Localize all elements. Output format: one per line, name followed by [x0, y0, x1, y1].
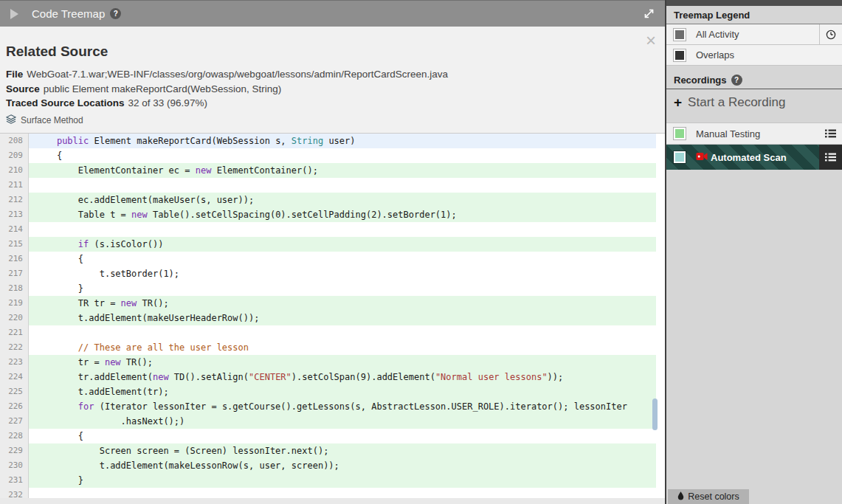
- line-number: 229: [0, 443, 29, 458]
- code-text: t.addElement(tr);: [29, 384, 656, 399]
- code-text: t.addElement(makeLessonRow(s, user, scre…: [29, 458, 656, 473]
- code-text: for (Iterator lessonIter = s.getCourse()…: [29, 399, 656, 414]
- code-text: public Element makeReportCard(WebSession…: [29, 134, 656, 148]
- code-line: 221: [0, 325, 665, 340]
- line-number: 208: [0, 134, 29, 148]
- legend-item-overlaps[interactable]: Overlaps: [666, 45, 842, 66]
- start-recording-label: Start a Recording: [688, 95, 785, 110]
- collapse-toggle-icon[interactable]: [10, 9, 18, 19]
- meta-label: Traced Source Locations: [6, 97, 125, 108]
- code-scrollbar-thumb[interactable]: [652, 398, 658, 430]
- code-text: {: [29, 148, 656, 163]
- reset-colors-label: Reset colors: [688, 491, 739, 502]
- line-number: 215: [0, 237, 29, 252]
- code-line: 214: [0, 222, 665, 237]
- code-text: [29, 222, 656, 237]
- recording-item-automated-scan[interactable]: Automated Scan: [666, 145, 842, 170]
- meta-label: File: [6, 69, 23, 80]
- line-number: 219: [0, 296, 29, 311]
- surface-method-label: Surface Method: [21, 115, 83, 125]
- code-line: 224 tr.addElement(new TD().setAlign("CEN…: [0, 370, 665, 384]
- list-menu-icon[interactable]: [819, 145, 842, 170]
- line-number: 218: [0, 281, 29, 296]
- list-menu-icon[interactable]: [819, 123, 842, 144]
- meta-value: 32 of 33 (96.97%): [128, 97, 207, 108]
- line-number: 213: [0, 207, 29, 222]
- code-text: tr = new TR();: [29, 355, 656, 370]
- legend-item-all-activity[interactable]: All Activity: [666, 24, 842, 45]
- line-number: 228: [0, 429, 29, 443]
- start-recording-button[interactable]: + Start a Recording: [666, 89, 842, 117]
- code-line: 210 ElementContainer ec = new ElementCon…: [0, 163, 665, 178]
- recordings-help-icon[interactable]: ?: [731, 75, 742, 86]
- code-line: 212 ec.addElement(makeUser(s, user));: [0, 193, 665, 207]
- plus-icon: +: [674, 97, 682, 108]
- expand-icon[interactable]: [643, 8, 655, 22]
- code-line: 218 }: [0, 281, 665, 296]
- meta-label: Source: [6, 83, 40, 94]
- line-number: 209: [0, 148, 29, 163]
- line-number: 226: [0, 399, 29, 414]
- meta-value: WebGoat-7.1.war;WEB-INF/classes/org/owas…: [27, 69, 448, 80]
- legend-label: All Activity: [696, 29, 819, 40]
- line-number: 222: [0, 340, 29, 355]
- code-line: 232: [0, 488, 665, 498]
- related-source-panel: × Related Source FileWebGoat-7.1.war;WEB…: [0, 27, 665, 134]
- recording-label: Automated Scan: [696, 152, 819, 163]
- code-line: 231 }: [0, 473, 665, 488]
- reset-colors-button[interactable]: Reset colors: [668, 489, 749, 504]
- code-viewer: 208 public Element makeReportCard(WebSes…: [0, 134, 665, 498]
- sidebar: Treemap Legend All ActivityOverlaps Reco…: [666, 0, 842, 504]
- layers-icon: [6, 114, 16, 126]
- line-number: 220: [0, 311, 29, 325]
- code-line: 230 t.addElement(makeLessonRow(s, user, …: [0, 458, 665, 473]
- line-number: 224: [0, 370, 29, 384]
- code-text: {: [29, 252, 656, 266]
- recording-item-manual-testing[interactable]: Manual Testing: [666, 122, 842, 145]
- code-text: if (s.isColor()): [29, 237, 656, 252]
- legend-swatch: [674, 29, 686, 41]
- legend-rows: All ActivityOverlaps: [666, 24, 842, 66]
- legend-swatch: [674, 49, 686, 61]
- line-number: 210: [0, 163, 29, 178]
- line-number: 230: [0, 458, 29, 473]
- panel-title: Related Source: [6, 44, 658, 60]
- code-line: 217 t.setBorder(1);: [0, 266, 665, 281]
- code-line: 223 tr = new TR();: [0, 355, 665, 370]
- line-number: 223: [0, 355, 29, 370]
- code-text: [29, 325, 656, 340]
- code-line: 226 for (Iterator lessonIter = s.getCour…: [0, 399, 665, 414]
- line-number: 217: [0, 266, 29, 281]
- code-text: // These are all the user lesson: [29, 340, 656, 355]
- main-footer-strip: [0, 498, 665, 504]
- treemap-legend-heading: Treemap Legend: [666, 6, 842, 24]
- meta-row-traced-source-locations: Traced Source Locations32 of 33 (96.97%): [6, 96, 658, 111]
- source-meta: FileWebGoat-7.1.war;WEB-INF/classes/org/…: [6, 67, 658, 111]
- clock-icon[interactable]: [819, 24, 842, 44]
- code-text: TR tr = new TR();: [29, 296, 656, 311]
- line-number: 216: [0, 252, 29, 266]
- code-line: 215 if (s.isColor()): [0, 237, 665, 252]
- code-line: 216 {: [0, 252, 665, 266]
- line-number: 221: [0, 325, 29, 340]
- code-text: .hasNext();): [29, 414, 656, 429]
- code-line: 220 t.addElement(makeUserHeaderRow());: [0, 311, 665, 325]
- help-icon[interactable]: ?: [110, 8, 121, 19]
- line-number: 231: [0, 473, 29, 488]
- recordings-heading: Recordings ?: [666, 71, 842, 89]
- code-line: 219 TR tr = new TR();: [0, 296, 665, 311]
- code-text: ec.addElement(makeUser(s, user));: [29, 193, 656, 207]
- treemap-title: Code Treemap: [32, 7, 105, 20]
- treemap-legend-title: Treemap Legend: [674, 10, 750, 21]
- close-icon[interactable]: ×: [646, 34, 656, 47]
- meta-row-source: Sourcepublic Element makeReportCard(WebS…: [6, 82, 658, 97]
- code-text: t.setBorder(1);: [29, 266, 656, 281]
- recording-label: Manual Testing: [696, 128, 819, 139]
- meta-value: public Element makeReportCard(WebSession…: [44, 83, 281, 94]
- droplet-icon: [677, 491, 684, 503]
- code-line: 213 Table t = new Table().setCellSpacing…: [0, 207, 665, 222]
- code-text: }: [29, 473, 656, 488]
- sidebar-gap: [666, 66, 842, 71]
- code-line: 228 {: [0, 429, 665, 443]
- code-text: t.addElement(makeUserHeaderRow());: [29, 311, 656, 325]
